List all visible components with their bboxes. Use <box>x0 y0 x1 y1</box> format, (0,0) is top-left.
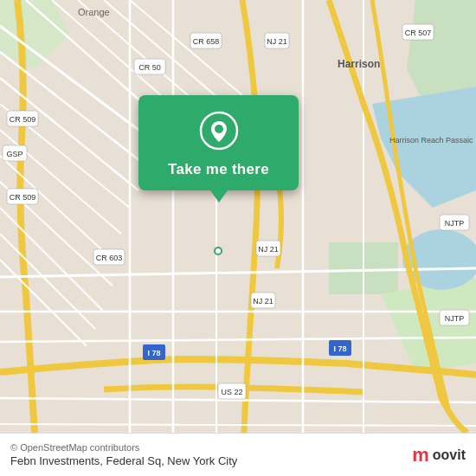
svg-text:NJ 21: NJ 21 <box>258 245 279 254</box>
svg-point-68 <box>215 125 223 133</box>
svg-text:CR 509: CR 509 <box>10 115 36 124</box>
svg-text:CR 509: CR 509 <box>10 193 36 202</box>
svg-point-66 <box>215 248 221 254</box>
map-background: CR 509 CR 509 CR 50 CR 658 CR 507 CR 603… <box>0 0 476 433</box>
svg-text:NJ 21: NJ 21 <box>253 297 273 306</box>
svg-text:CR 507: CR 507 <box>405 29 432 37</box>
svg-text:Orange: Orange <box>78 7 110 17</box>
svg-text:I 78: I 78 <box>333 344 346 353</box>
popup-card: Take me there <box>138 95 299 190</box>
location-pin-icon <box>199 111 239 151</box>
moovit-wordmark: oovit <box>433 447 466 463</box>
moovit-m-letter: m <box>412 444 429 466</box>
svg-text:NJTP: NJTP <box>445 314 465 323</box>
moovit-logo: m oovit <box>412 444 466 466</box>
take-me-there-button[interactable]: Take me there <box>168 161 269 178</box>
svg-text:Harrison: Harrison <box>338 58 380 70</box>
svg-text:CR 50: CR 50 <box>138 63 161 72</box>
svg-text:NJTP: NJTP <box>445 219 465 228</box>
svg-text:I 78: I 78 <box>147 349 160 357</box>
location-text: Febn Investments, Federal Sq, New York C… <box>10 454 237 467</box>
svg-text:Harrison Reach Passaic: Harrison Reach Passaic <box>389 136 473 145</box>
map-container: CR 509 CR 509 CR 50 CR 658 CR 507 CR 603… <box>0 0 476 433</box>
bottom-bar: © OpenStreetMap contributors Febn Invest… <box>0 433 476 476</box>
svg-text:CR 603: CR 603 <box>96 254 123 262</box>
svg-text:US 22: US 22 <box>221 388 242 396</box>
svg-text:GSP: GSP <box>6 150 23 158</box>
svg-text:NJ 21: NJ 21 <box>267 37 287 46</box>
svg-text:CR 658: CR 658 <box>193 37 220 46</box>
osm-credit: © OpenStreetMap contributors <box>10 442 237 453</box>
